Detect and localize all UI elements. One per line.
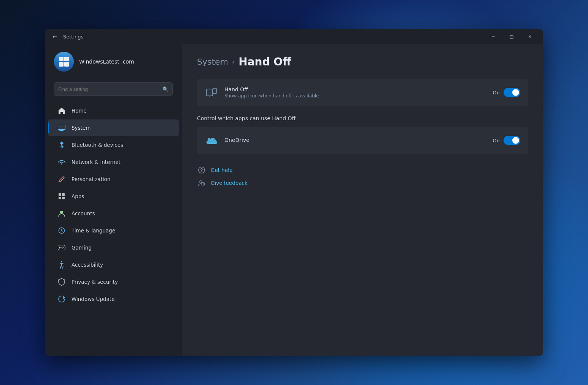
onedrive-text: OneDrive <box>224 137 487 144</box>
avatar <box>54 52 74 72</box>
user-info: WindowsLatest .com <box>79 59 134 65</box>
time-icon <box>57 226 66 235</box>
onedrive-toggle[interactable] <box>504 136 520 145</box>
update-icon <box>57 294 66 304</box>
svg-rect-0 <box>59 57 64 61</box>
onedrive-icon <box>205 134 218 147</box>
sidebar-nav: Home System <box>45 102 182 308</box>
svg-rect-9 <box>59 193 61 196</box>
handoff-main-card: Hand Off Show app icon when hand off is … <box>197 79 528 106</box>
sidebar-item-update-label: Windows Update <box>72 296 114 302</box>
accessibility-icon <box>57 260 66 269</box>
svg-point-8 <box>61 164 62 165</box>
svg-point-19 <box>62 248 63 249</box>
username: WindowsLatest .com <box>79 59 134 65</box>
onedrive-toggle-label: On <box>493 138 500 143</box>
handoff-setting-title: Hand Off <box>224 86 487 92</box>
svg-point-18 <box>64 247 64 248</box>
apps-card: OneDrive On <box>197 127 528 154</box>
sidebar-item-update[interactable]: Windows Update <box>48 291 179 307</box>
give-feedback-link[interactable]: Give feedback <box>197 178 248 188</box>
sidebar: WindowsLatest .com 🔍 <box>45 44 182 356</box>
sidebar-item-privacy[interactable]: Privacy & security <box>48 274 179 290</box>
sidebar-item-network-label: Network & internet <box>72 159 121 165</box>
gaming-icon <box>57 243 66 252</box>
sidebar-item-apps-label: Apps <box>72 193 84 199</box>
svg-rect-12 <box>62 197 65 199</box>
breadcrumb-separator: › <box>232 58 235 66</box>
minimize-button[interactable]: ─ <box>485 30 502 43</box>
handoff-setting-text: Hand Off Show app icon when hand off is … <box>224 86 487 99</box>
svg-rect-2 <box>59 62 64 67</box>
titlebar-back-button[interactable]: ← <box>49 31 60 42</box>
sidebar-item-gaming[interactable]: Gaming <box>48 239 179 256</box>
onedrive-title: OneDrive <box>224 137 487 143</box>
svg-rect-10 <box>62 193 65 196</box>
search-input[interactable] <box>58 86 159 92</box>
action-links: Get help Give feedback <box>197 165 528 188</box>
network-icon <box>57 158 66 167</box>
sidebar-item-personalization-label: Personalization <box>72 176 110 182</box>
onedrive-toggle-container: On <box>493 136 520 145</box>
sidebar-item-bluetooth-label: Bluetooth & devices <box>72 142 123 148</box>
svg-point-20 <box>62 247 62 248</box>
get-help-link[interactable]: Get help <box>197 165 233 175</box>
sidebar-item-accessibility[interactable]: Accessibility <box>48 256 179 273</box>
svg-rect-6 <box>60 130 63 130</box>
sidebar-item-gaming-label: Gaming <box>72 245 92 251</box>
get-help-icon <box>197 165 206 175</box>
handoff-toggle-label: On <box>493 90 500 95</box>
search-container: 🔍 <box>45 79 182 102</box>
bluetooth-icon <box>57 140 66 150</box>
svg-point-21 <box>61 261 62 262</box>
sidebar-item-home-label: Home <box>72 108 87 114</box>
handoff-toggle[interactable] <box>504 88 520 97</box>
sidebar-item-accessibility-label: Accessibility <box>72 262 103 268</box>
svg-point-28 <box>200 181 202 183</box>
sidebar-item-bluetooth[interactable]: Bluetooth & devices <box>48 137 179 153</box>
breadcrumb: System › Hand Off <box>197 56 528 68</box>
onedrive-row: OneDrive On <box>197 127 528 154</box>
sidebar-item-accounts-label: Accounts <box>72 210 95 216</box>
svg-point-17 <box>62 247 63 248</box>
give-feedback-label: Give feedback <box>211 180 248 186</box>
svg-rect-7 <box>59 130 64 131</box>
handoff-setting-icon <box>205 86 218 99</box>
close-button[interactable]: ✕ <box>521 30 539 43</box>
search-box[interactable]: 🔍 <box>54 82 173 96</box>
breadcrumb-current: Hand Off <box>238 56 291 68</box>
svg-rect-11 <box>59 197 61 199</box>
breadcrumb-parent[interactable]: System <box>197 57 228 67</box>
system-icon <box>57 123 66 132</box>
titlebar: ← Settings ─ □ ✕ <box>45 29 543 44</box>
sidebar-item-time-label: Time & language <box>72 228 115 234</box>
home-icon <box>57 106 66 115</box>
sidebar-item-system[interactable]: System <box>48 119 179 136</box>
sidebar-item-privacy-label: Privacy & security <box>72 279 118 285</box>
apps-icon <box>57 192 66 201</box>
avatar-inner <box>54 52 74 72</box>
sidebar-item-apps[interactable]: Apps <box>48 188 179 205</box>
handoff-setting-desc: Show app icon when hand off is available <box>224 93 487 99</box>
sidebar-item-network[interactable]: Network & internet <box>48 154 179 170</box>
windows-logo-icon <box>59 56 69 67</box>
sidebar-item-time[interactable]: Time & language <box>48 222 179 239</box>
titlebar-controls: ─ □ ✕ <box>485 30 539 43</box>
privacy-icon <box>57 277 66 286</box>
handoff-toggle-container: On <box>493 88 520 97</box>
personalization-icon <box>57 175 66 184</box>
svg-rect-25 <box>214 89 216 93</box>
search-icon: 🔍 <box>162 86 168 92</box>
svg-point-27 <box>201 171 202 172</box>
sidebar-item-home[interactable]: Home <box>48 102 179 119</box>
sidebar-item-system-label: System <box>72 125 91 131</box>
handoff-setting-row: Hand Off Show app icon when hand off is … <box>197 79 528 106</box>
give-feedback-icon <box>197 178 206 188</box>
sidebar-item-accounts[interactable]: Accounts <box>48 205 179 222</box>
sidebar-item-personalization[interactable]: Personalization <box>48 171 179 188</box>
maximize-button[interactable]: □ <box>503 30 520 43</box>
content-area: System › Hand Off <box>182 44 543 356</box>
user-profile: WindowsLatest .com <box>45 44 182 79</box>
titlebar-title: Settings <box>63 34 83 40</box>
svg-rect-1 <box>64 57 69 61</box>
